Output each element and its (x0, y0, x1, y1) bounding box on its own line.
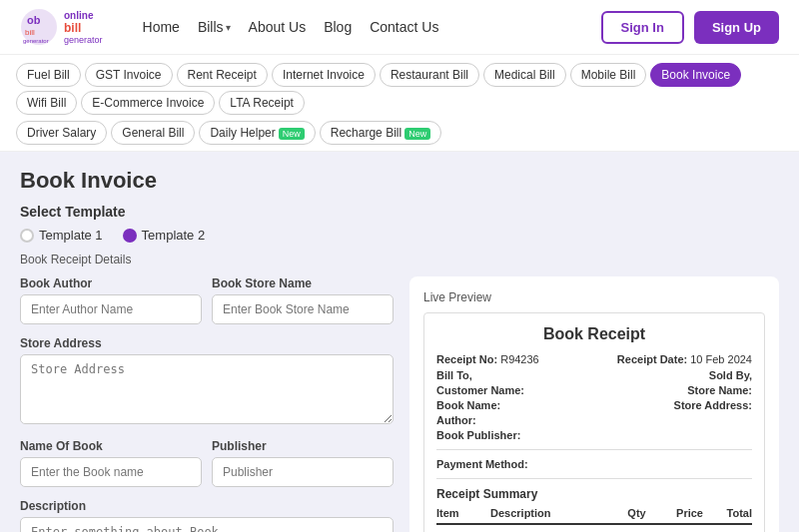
description-textarea[interactable] (20, 517, 394, 532)
book-store-label: Book Store Name (212, 276, 394, 290)
category-tag[interactable]: Recharge BillNew (320, 121, 441, 145)
receipt-title: Book Receipt (436, 325, 752, 343)
receipt-table-header: Item Description Qty Price Total (436, 507, 752, 525)
book-store-input[interactable] (212, 294, 394, 324)
template1-option[interactable]: Template 1 (20, 228, 103, 243)
category-tag[interactable]: Medical Bill (483, 63, 566, 87)
publisher-label: Publisher (212, 439, 394, 453)
author-row: Author: (436, 414, 752, 426)
category-tag[interactable]: LTA Receipt (219, 91, 305, 115)
category-row-1: Fuel BillGST InvoiceRent ReceiptInternet… (16, 63, 783, 115)
logo: ob bill generator online bill generator (20, 8, 103, 46)
header-buttons: Sign In Sign Up (601, 11, 779, 44)
svg-text:bill: bill (25, 28, 35, 37)
book-author-group: Book Author (20, 276, 202, 324)
table-col-description: Description (490, 507, 615, 519)
category-tag[interactable]: Rent Receipt (177, 63, 268, 87)
form-row-author-store: Book Author Book Store Name (20, 276, 394, 324)
table-col-item: Item (436, 507, 486, 519)
customer-store-row: Customer Name: Store Name: (436, 384, 752, 396)
name-of-book-input[interactable] (20, 457, 202, 487)
divider2 (436, 478, 752, 479)
main-content: Book Invoice Select Template Template 1 … (0, 152, 799, 532)
signin-button[interactable]: Sign In (601, 11, 684, 44)
receipt-details-label: Book Receipt Details (20, 253, 779, 266)
receipt-summary-title: Receipt Summary (436, 487, 752, 501)
receipt-preview: Book Receipt Receipt No: R94236 Receipt … (423, 312, 765, 532)
store-address-preview-label: Store Address: (674, 399, 752, 411)
store-address-label: Store Address (20, 336, 394, 350)
store-name-label: Store Name: (687, 384, 752, 396)
live-preview-label: Live Preview (423, 290, 765, 304)
bill-sold-row: Bill To, Sold By, (436, 369, 752, 381)
category-tag[interactable]: Wifi Bill (16, 91, 77, 115)
category-tag[interactable]: Fuel Bill (16, 63, 81, 87)
store-address-textarea[interactable] (20, 354, 394, 424)
book-publisher-label: Book Publisher: (436, 429, 520, 441)
description-group: Description (20, 499, 394, 532)
book-store-address-row: Book Name: Store Address: (436, 399, 752, 411)
table-col-qty: Qty (619, 507, 654, 519)
bill-to-label: Bill To, (436, 369, 472, 381)
name-of-book-group: Name Of Book (20, 439, 202, 487)
page-title: Book Invoice (20, 168, 779, 194)
table-col-price: Price (658, 507, 703, 519)
customer-name-label: Customer Name: (436, 384, 524, 396)
template2-option[interactable]: Template 2 (123, 228, 206, 243)
category-row-2: Driver SalaryGeneral BillDaily HelperNew… (16, 121, 783, 145)
signup-button[interactable]: Sign Up (694, 11, 779, 44)
receipt-no-label: Receipt No: R94236 (436, 353, 539, 365)
book-author-input[interactable] (20, 294, 202, 324)
divider1 (436, 449, 752, 450)
payment-method-label: Payment Method: (436, 458, 752, 470)
nav-home[interactable]: Home (143, 19, 180, 35)
form-row-book-publisher: Name Of Book Publisher (20, 439, 394, 487)
nav-about[interactable]: About Us (249, 19, 307, 35)
category-tag[interactable]: Book Invoice (650, 63, 741, 87)
form-row-description: Description (20, 499, 394, 532)
publisher-input[interactable] (212, 457, 394, 487)
nav: Home Bills ▾ About Us Blog Contact Us (143, 19, 581, 35)
category-tag[interactable]: Internet Invoice (272, 63, 376, 87)
category-tag[interactable]: Driver Salary (16, 121, 107, 145)
template1-label: Template 1 (39, 228, 103, 243)
description-label: Description (20, 499, 394, 513)
book-store-group: Book Store Name (212, 276, 394, 324)
table-col-total: Total (707, 507, 752, 519)
category-tag[interactable]: GST Invoice (85, 63, 173, 87)
category-bar: Fuel BillGST InvoiceRent ReceiptInternet… (0, 55, 799, 152)
store-address-group: Store Address (20, 336, 394, 427)
logo-text-online: online (64, 10, 103, 21)
template1-radio (20, 229, 34, 243)
nav-bills[interactable]: Bills ▾ (198, 19, 231, 35)
category-tag[interactable]: Daily HelperNew (199, 121, 315, 145)
author-label: Author: (436, 414, 476, 426)
preview-section: Live Preview Book Receipt Receipt No: R9… (409, 276, 779, 532)
svg-text:ob: ob (27, 14, 41, 26)
book-publisher-row: Book Publisher: (436, 429, 752, 441)
category-tag[interactable]: General Bill (111, 121, 195, 145)
template2-label: Template 2 (142, 228, 206, 243)
book-name-label: Book Name: (436, 399, 500, 411)
two-column-layout: Book Author Book Store Name Store Addres… (20, 276, 779, 532)
template-options: Template 1 Template 2 (20, 228, 779, 243)
receipt-date-area: Receipt Date: 10 Feb 2024 (617, 353, 752, 365)
publisher-group: Publisher (212, 439, 394, 487)
logo-text-generator: generator (64, 35, 103, 45)
logo-icon: ob bill generator (20, 8, 58, 46)
receipt-no-row: Receipt No: R94236 Receipt Date: 10 Feb … (436, 353, 752, 365)
category-tag[interactable]: E-Commerce Invoice (81, 91, 215, 115)
form-section: Book Author Book Store Name Store Addres… (20, 276, 394, 532)
category-tag[interactable]: Restaurant Bill (380, 63, 479, 87)
sold-by-label: Sold By, (709, 369, 752, 381)
nav-blog[interactable]: Blog (324, 19, 352, 35)
svg-text:generator: generator (23, 38, 49, 44)
category-tag[interactable]: Mobile Bill (570, 63, 647, 87)
name-of-book-label: Name Of Book (20, 439, 202, 453)
header: ob bill generator online bill generator … (0, 0, 799, 55)
chevron-down-icon: ▾ (226, 22, 231, 33)
template2-radio (123, 229, 137, 243)
select-template-label: Select Template (20, 204, 779, 220)
logo-text-bill: bill (64, 21, 103, 35)
nav-contact[interactable]: Contact Us (370, 19, 438, 35)
